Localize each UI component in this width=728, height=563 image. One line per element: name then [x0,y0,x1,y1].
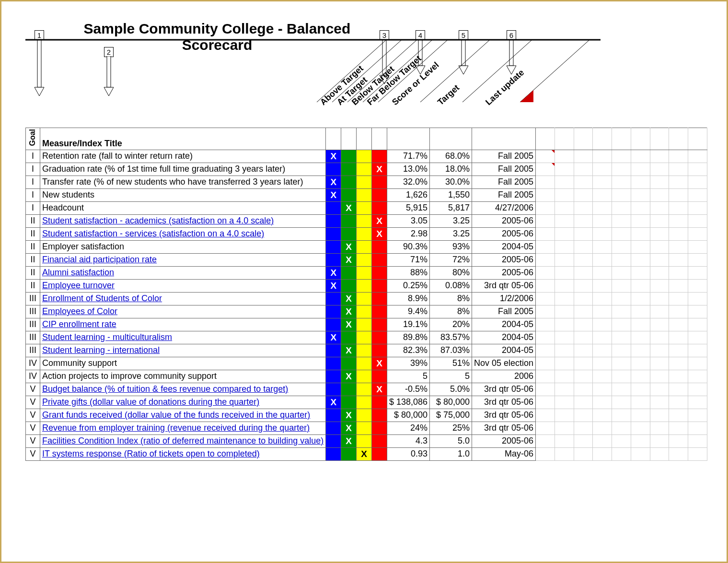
cell-extra [612,188,631,201]
cell-extra [574,370,593,383]
cell-status [326,370,341,383]
cell-measure[interactable]: Revenue from employer training (revenue … [40,422,325,434]
cell-extra [574,201,593,214]
cell-extra [574,305,593,318]
cell-extra [612,396,631,409]
cell-target: 3.25 [430,227,472,240]
cell-extra [669,422,688,434]
cell-update: 2005-06 [472,214,536,227]
cell-status [326,447,341,460]
cell-extra [593,279,612,292]
cell-extra [688,227,707,240]
cell-target: 8% [430,292,472,305]
cell-measure[interactable]: Student learning - multiculturalism [40,331,325,344]
cell-status [341,383,357,396]
cell-measure[interactable]: Student satisfaction - services (satisfa… [40,227,325,240]
cell-extra [650,409,669,422]
cell-goal: V [26,422,40,434]
cell-extra [536,188,555,201]
cell-extra [593,447,612,460]
cell-extra [650,188,669,201]
cell-status: X [326,396,341,409]
cell-extra [669,331,688,344]
cell-extra [555,227,574,240]
cell-measure[interactable]: Financial aid participation rate [40,253,325,266]
cell-extra [650,266,669,279]
cell-extra [631,434,650,447]
cell-extra [631,383,650,396]
cell-measure[interactable]: Grant funds received (dollar value of th… [40,409,325,422]
cell-status: X [326,188,341,201]
cell-measure[interactable]: Student learning - international [40,344,325,357]
cell-extra [688,409,707,422]
cell-extra [669,227,688,240]
cell-extra [555,447,574,460]
cell-extra [650,318,669,331]
cell-status [372,253,387,266]
cell-extra [612,176,631,188]
cell-measure[interactable]: Employees of Color [40,305,325,318]
cell-extra [574,163,593,176]
cell-status: X [357,447,372,460]
cell-status [326,357,341,370]
cell-target: 5.0% [430,383,472,396]
cell-extra [574,176,593,188]
cell-update: Nov 05 election [472,357,536,370]
cell-target: 5.0 [430,434,472,447]
cell-measure[interactable]: Private gifts (dollar value of donations… [40,396,325,409]
cell-extra [555,331,574,344]
cell-extra [612,409,631,422]
cell-status [357,240,372,253]
cell-extra [669,292,688,305]
cell-measure[interactable]: Budget balance (% of tuition & fees reve… [40,383,325,396]
cell-extra [612,344,631,357]
cell-status [357,409,372,422]
cell-extra [574,383,593,396]
cell-score: 24% [387,422,430,434]
cell-goal: III [26,305,40,318]
cell-extra [650,383,669,396]
cell-update: 2005-06 [472,434,536,447]
cell-measure: Graduation rate (% of 1st time full time… [40,163,325,176]
cell-extra [536,434,555,447]
cell-extra [593,240,612,253]
cell-target: 80% [430,266,472,279]
cell-extra [574,253,593,266]
cell-measure[interactable]: Employee turnover [40,279,325,292]
cell-extra [574,447,593,460]
cell-update: 2004-05 [472,344,536,357]
cell-score: 88% [387,266,430,279]
cell-extra [612,331,631,344]
cell-target: 51% [430,357,472,370]
cell-target: 87.03% [430,344,472,357]
cell-status: X [341,240,357,253]
cell-extra [650,331,669,344]
cell-score: 19.1% [387,318,430,331]
cell-status: X [341,201,357,214]
cell-extra [669,163,688,176]
cell-extra [536,227,555,240]
cell-measure[interactable]: CIP enrollment rate [40,318,325,331]
cell-measure[interactable]: IT systems response (Ratio of tickets op… [40,447,325,460]
cell-measure[interactable]: Alumni satisfaction [40,266,325,279]
table-row: IVCommunity supportX39%51%Nov 05 electio… [26,357,707,370]
cell-measure[interactable]: Enrollment of Students of Color [40,292,325,305]
cell-measure[interactable]: Facilities Condition Index (ratio of def… [40,434,325,447]
cell-status [326,409,341,422]
cell-extra [555,253,574,266]
cell-status [341,188,357,201]
table-row: IIEmployee turnoverX0.25%0.08%3rd qtr 05… [26,279,707,292]
cell-target: $ 80,000 [430,396,472,409]
cell-extra [593,409,612,422]
cell-extra [555,409,574,422]
cell-extra [669,370,688,383]
cell-status [326,434,341,447]
cell-extra [593,266,612,279]
cell-extra [536,176,555,188]
cell-measure[interactable]: Student satisfaction - academics (satisf… [40,214,325,227]
cell-status [326,344,341,357]
cell-update: Fall 2005 [472,163,536,176]
cell-score: 5,915 [387,201,430,214]
cell-goal: V [26,447,40,460]
cell-status: X [372,383,387,396]
